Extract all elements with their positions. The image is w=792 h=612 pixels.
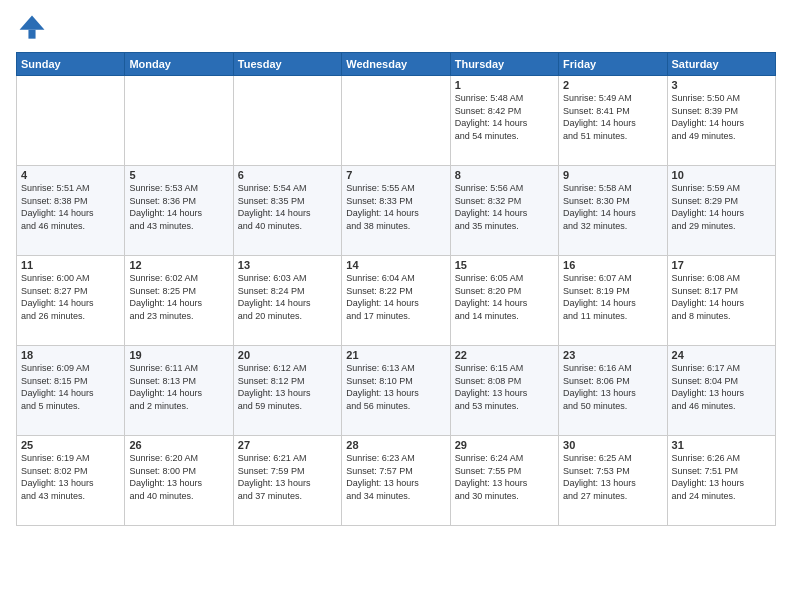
calendar-cell: 9Sunrise: 5:58 AM Sunset: 8:30 PM Daylig…	[559, 166, 667, 256]
day-number: 22	[455, 349, 554, 361]
calendar-cell: 14Sunrise: 6:04 AM Sunset: 8:22 PM Dayli…	[342, 256, 450, 346]
cell-info: Sunrise: 6:02 AM Sunset: 8:25 PM Dayligh…	[129, 272, 228, 322]
col-header-tuesday: Tuesday	[233, 53, 341, 76]
day-number: 14	[346, 259, 445, 271]
col-header-friday: Friday	[559, 53, 667, 76]
day-number: 8	[455, 169, 554, 181]
cell-info: Sunrise: 6:05 AM Sunset: 8:20 PM Dayligh…	[455, 272, 554, 322]
cell-info: Sunrise: 5:49 AM Sunset: 8:41 PM Dayligh…	[563, 92, 662, 142]
day-number: 30	[563, 439, 662, 451]
calendar-cell	[17, 76, 125, 166]
calendar-cell: 16Sunrise: 6:07 AM Sunset: 8:19 PM Dayli…	[559, 256, 667, 346]
calendar-cell: 24Sunrise: 6:17 AM Sunset: 8:04 PM Dayli…	[667, 346, 775, 436]
cell-info: Sunrise: 6:20 AM Sunset: 8:00 PM Dayligh…	[129, 452, 228, 502]
header	[16, 12, 776, 44]
calendar-cell	[342, 76, 450, 166]
calendar-cell: 26Sunrise: 6:20 AM Sunset: 8:00 PM Dayli…	[125, 436, 233, 526]
day-number: 4	[21, 169, 120, 181]
cell-info: Sunrise: 5:51 AM Sunset: 8:38 PM Dayligh…	[21, 182, 120, 232]
col-header-monday: Monday	[125, 53, 233, 76]
cell-info: Sunrise: 6:00 AM Sunset: 8:27 PM Dayligh…	[21, 272, 120, 322]
cell-info: Sunrise: 5:58 AM Sunset: 8:30 PM Dayligh…	[563, 182, 662, 232]
col-header-wednesday: Wednesday	[342, 53, 450, 76]
day-number: 15	[455, 259, 554, 271]
cell-info: Sunrise: 5:53 AM Sunset: 8:36 PM Dayligh…	[129, 182, 228, 232]
day-number: 23	[563, 349, 662, 361]
calendar-cell: 22Sunrise: 6:15 AM Sunset: 8:08 PM Dayli…	[450, 346, 558, 436]
cell-info: Sunrise: 6:09 AM Sunset: 8:15 PM Dayligh…	[21, 362, 120, 412]
day-number: 26	[129, 439, 228, 451]
day-number: 11	[21, 259, 120, 271]
day-number: 12	[129, 259, 228, 271]
calendar-cell: 30Sunrise: 6:25 AM Sunset: 7:53 PM Dayli…	[559, 436, 667, 526]
calendar-cell: 6Sunrise: 5:54 AM Sunset: 8:35 PM Daylig…	[233, 166, 341, 256]
calendar-cell: 10Sunrise: 5:59 AM Sunset: 8:29 PM Dayli…	[667, 166, 775, 256]
day-number: 29	[455, 439, 554, 451]
cell-info: Sunrise: 6:19 AM Sunset: 8:02 PM Dayligh…	[21, 452, 120, 502]
calendar-cell: 2Sunrise: 5:49 AM Sunset: 8:41 PM Daylig…	[559, 76, 667, 166]
calendar-cell: 17Sunrise: 6:08 AM Sunset: 8:17 PM Dayli…	[667, 256, 775, 346]
day-number: 7	[346, 169, 445, 181]
calendar-cell: 1Sunrise: 5:48 AM Sunset: 8:42 PM Daylig…	[450, 76, 558, 166]
day-number: 17	[672, 259, 771, 271]
cell-info: Sunrise: 6:13 AM Sunset: 8:10 PM Dayligh…	[346, 362, 445, 412]
calendar-cell: 20Sunrise: 6:12 AM Sunset: 8:12 PM Dayli…	[233, 346, 341, 436]
day-number: 31	[672, 439, 771, 451]
cell-info: Sunrise: 5:59 AM Sunset: 8:29 PM Dayligh…	[672, 182, 771, 232]
calendar-cell: 7Sunrise: 5:55 AM Sunset: 8:33 PM Daylig…	[342, 166, 450, 256]
week-row-2: 4Sunrise: 5:51 AM Sunset: 8:38 PM Daylig…	[17, 166, 776, 256]
calendar-cell: 23Sunrise: 6:16 AM Sunset: 8:06 PM Dayli…	[559, 346, 667, 436]
week-row-3: 11Sunrise: 6:00 AM Sunset: 8:27 PM Dayli…	[17, 256, 776, 346]
cell-info: Sunrise: 6:25 AM Sunset: 7:53 PM Dayligh…	[563, 452, 662, 502]
cell-info: Sunrise: 6:15 AM Sunset: 8:08 PM Dayligh…	[455, 362, 554, 412]
calendar-cell	[233, 76, 341, 166]
cell-info: Sunrise: 6:17 AM Sunset: 8:04 PM Dayligh…	[672, 362, 771, 412]
calendar-cell: 21Sunrise: 6:13 AM Sunset: 8:10 PM Dayli…	[342, 346, 450, 436]
svg-rect-1	[28, 30, 35, 39]
cell-info: Sunrise: 5:54 AM Sunset: 8:35 PM Dayligh…	[238, 182, 337, 232]
day-number: 5	[129, 169, 228, 181]
week-row-5: 25Sunrise: 6:19 AM Sunset: 8:02 PM Dayli…	[17, 436, 776, 526]
day-number: 1	[455, 79, 554, 91]
day-number: 27	[238, 439, 337, 451]
calendar-cell: 28Sunrise: 6:23 AM Sunset: 7:57 PM Dayli…	[342, 436, 450, 526]
svg-marker-0	[20, 16, 45, 30]
cell-info: Sunrise: 5:55 AM Sunset: 8:33 PM Dayligh…	[346, 182, 445, 232]
cell-info: Sunrise: 6:16 AM Sunset: 8:06 PM Dayligh…	[563, 362, 662, 412]
calendar-cell: 13Sunrise: 6:03 AM Sunset: 8:24 PM Dayli…	[233, 256, 341, 346]
header-row: SundayMondayTuesdayWednesdayThursdayFrid…	[17, 53, 776, 76]
cell-info: Sunrise: 6:08 AM Sunset: 8:17 PM Dayligh…	[672, 272, 771, 322]
cell-info: Sunrise: 6:07 AM Sunset: 8:19 PM Dayligh…	[563, 272, 662, 322]
logo-icon	[16, 12, 48, 44]
col-header-sunday: Sunday	[17, 53, 125, 76]
calendar-cell: 4Sunrise: 5:51 AM Sunset: 8:38 PM Daylig…	[17, 166, 125, 256]
calendar-cell: 3Sunrise: 5:50 AM Sunset: 8:39 PM Daylig…	[667, 76, 775, 166]
calendar-cell: 25Sunrise: 6:19 AM Sunset: 8:02 PM Dayli…	[17, 436, 125, 526]
calendar-cell: 19Sunrise: 6:11 AM Sunset: 8:13 PM Dayli…	[125, 346, 233, 436]
day-number: 2	[563, 79, 662, 91]
day-number: 13	[238, 259, 337, 271]
cell-info: Sunrise: 5:48 AM Sunset: 8:42 PM Dayligh…	[455, 92, 554, 142]
day-number: 18	[21, 349, 120, 361]
cell-info: Sunrise: 6:24 AM Sunset: 7:55 PM Dayligh…	[455, 452, 554, 502]
cell-info: Sunrise: 5:50 AM Sunset: 8:39 PM Dayligh…	[672, 92, 771, 142]
calendar-cell: 27Sunrise: 6:21 AM Sunset: 7:59 PM Dayli…	[233, 436, 341, 526]
day-number: 25	[21, 439, 120, 451]
day-number: 21	[346, 349, 445, 361]
logo	[16, 12, 52, 44]
day-number: 16	[563, 259, 662, 271]
day-number: 19	[129, 349, 228, 361]
col-header-thursday: Thursday	[450, 53, 558, 76]
cell-info: Sunrise: 6:03 AM Sunset: 8:24 PM Dayligh…	[238, 272, 337, 322]
calendar-cell: 31Sunrise: 6:26 AM Sunset: 7:51 PM Dayli…	[667, 436, 775, 526]
calendar-cell: 18Sunrise: 6:09 AM Sunset: 8:15 PM Dayli…	[17, 346, 125, 436]
page: SundayMondayTuesdayWednesdayThursdayFrid…	[0, 0, 792, 612]
week-row-1: 1Sunrise: 5:48 AM Sunset: 8:42 PM Daylig…	[17, 76, 776, 166]
cell-info: Sunrise: 6:04 AM Sunset: 8:22 PM Dayligh…	[346, 272, 445, 322]
day-number: 24	[672, 349, 771, 361]
cell-info: Sunrise: 6:12 AM Sunset: 8:12 PM Dayligh…	[238, 362, 337, 412]
calendar-cell: 5Sunrise: 5:53 AM Sunset: 8:36 PM Daylig…	[125, 166, 233, 256]
cell-info: Sunrise: 6:23 AM Sunset: 7:57 PM Dayligh…	[346, 452, 445, 502]
calendar-cell: 29Sunrise: 6:24 AM Sunset: 7:55 PM Dayli…	[450, 436, 558, 526]
day-number: 10	[672, 169, 771, 181]
